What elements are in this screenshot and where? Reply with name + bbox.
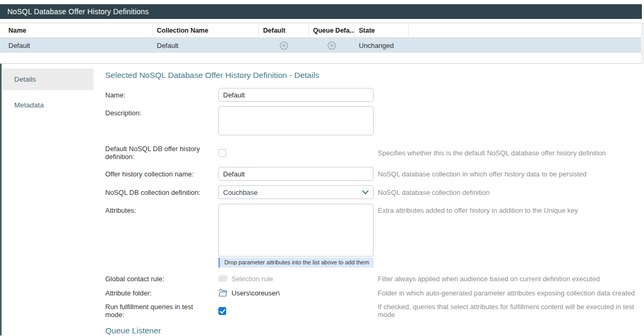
- collection-name-label: Offer history collection name:: [105, 170, 218, 178]
- form-row-collection-definition: NoSQL DB collection definition: Couchbas…: [105, 185, 644, 199]
- column-header-queue-default[interactable]: Queue Defa...: [309, 23, 355, 38]
- column-header-name[interactable]: Name: [0, 23, 153, 38]
- attribute-folder-value: Users\coreuser\: [232, 289, 280, 297]
- table-header-row: Name Collection Name Default Queue Defa.…: [0, 23, 641, 38]
- chevron-down-icon: [362, 190, 369, 195]
- default-definition-checkbox[interactable]: [218, 149, 226, 157]
- cell-name: Default: [0, 42, 153, 50]
- description-help: [378, 106, 644, 109]
- column-header-default[interactable]: Default: [259, 23, 309, 38]
- global-contact-rule-help: Filter always applied when audience base…: [378, 275, 644, 283]
- attributes-list[interactable]: [218, 204, 374, 256]
- name-input[interactable]: [218, 88, 374, 102]
- attributes-label: Attributes:: [105, 204, 218, 214]
- collection-definition-select[interactable]: Couchbase: [218, 185, 374, 199]
- queue-listener-heading: Queue Listener: [105, 326, 644, 335]
- form-row-collection-name: Offer history collection name: NoSQL dat…: [105, 167, 644, 181]
- details-heading: Selected NoSQL Database Offer History De…: [105, 71, 644, 80]
- collection-definition-label: NoSQL DB collection definition:: [105, 189, 218, 196]
- table-row[interactable]: Default Default Unchanged: [0, 38, 641, 53]
- tab-metadata[interactable]: Metadata: [2, 94, 94, 116]
- form-row-attribute-folder: Attribute folder: Users\coreuser\ Folder…: [105, 289, 644, 297]
- selection-rule-icon: [218, 274, 227, 283]
- details-form: Selected NoSQL Database Offer History De…: [94, 64, 644, 335]
- name-label: Name:: [105, 91, 218, 99]
- attributes-drop-hint: Drop parameter attributes into the list …: [218, 258, 374, 268]
- collection-name-help: NoSQL database collection in which offer…: [378, 170, 644, 178]
- test-mode-checkbox[interactable]: [218, 307, 226, 315]
- default-definition-label: Default NoSQL DB offer history definitio…: [105, 145, 218, 161]
- form-row-global-contact-rule: Global contact rule: Selection rule Filt…: [105, 274, 644, 283]
- form-row-test-mode: Run fulfillment queries in test mode: If…: [105, 303, 644, 319]
- attribute-folder-help: Folder in which auto-generated parameter…: [378, 289, 644, 297]
- attribute-folder-picker[interactable]: Users\coreuser\: [218, 289, 378, 297]
- global-contact-rule-label: Global contact rule:: [105, 275, 218, 283]
- definitions-table: Name Collection Name Default Queue Defa.…: [0, 23, 644, 64]
- form-row-default-definition: Default NoSQL DB offer history definitio…: [105, 145, 644, 161]
- folder-icon: [218, 289, 227, 297]
- test-mode-label: Run fulfillment queries in test mode:: [105, 303, 218, 319]
- tab-details[interactable]: Details: [2, 68, 94, 90]
- circle-x-icon: [279, 41, 288, 50]
- column-header-filler: [409, 23, 641, 38]
- collection-definition-help: NoSQL database collection definition: [378, 189, 644, 196]
- detail-panel: Details Metadata Selected NoSQL Database…: [0, 64, 644, 335]
- attributes-help: Extra attributes added to offer history …: [378, 204, 644, 214]
- attribute-folder-label: Attribute folder:: [105, 289, 218, 297]
- default-definition-help: Specifies whether this is the default No…: [378, 149, 644, 157]
- table-empty-row: [0, 53, 641, 64]
- panel-title-bar: NoSQL Database Offer History Definitions: [0, 4, 642, 19]
- collection-definition-value: Couchbase: [223, 189, 362, 196]
- form-row-attributes: Attributes: Drop parameter attributes in…: [105, 204, 644, 268]
- detail-tabs-sidebar: Details Metadata: [0, 64, 94, 335]
- cell-default: [259, 41, 309, 50]
- form-row-name: Name:: [105, 88, 644, 102]
- form-row-description: Description:: [105, 106, 644, 137]
- circle-x-icon: [327, 41, 336, 50]
- collection-name-input[interactable]: [218, 167, 374, 181]
- cell-queue-default: [309, 41, 355, 50]
- cell-state: Unchanged: [355, 42, 409, 50]
- global-contact-rule-value: Selection rule: [232, 275, 273, 283]
- description-label: Description:: [105, 106, 218, 117]
- column-header-state[interactable]: State: [355, 23, 409, 38]
- panel-title: NoSQL Database Offer History Definitions: [7, 7, 149, 16]
- column-header-collection-name[interactable]: Collection Name: [153, 23, 259, 38]
- cell-collection-name: Default: [153, 42, 259, 50]
- description-input[interactable]: [218, 106, 374, 135]
- global-contact-rule-picker[interactable]: Selection rule: [218, 274, 378, 283]
- test-mode-help: If checked, queries that select attribut…: [378, 303, 644, 319]
